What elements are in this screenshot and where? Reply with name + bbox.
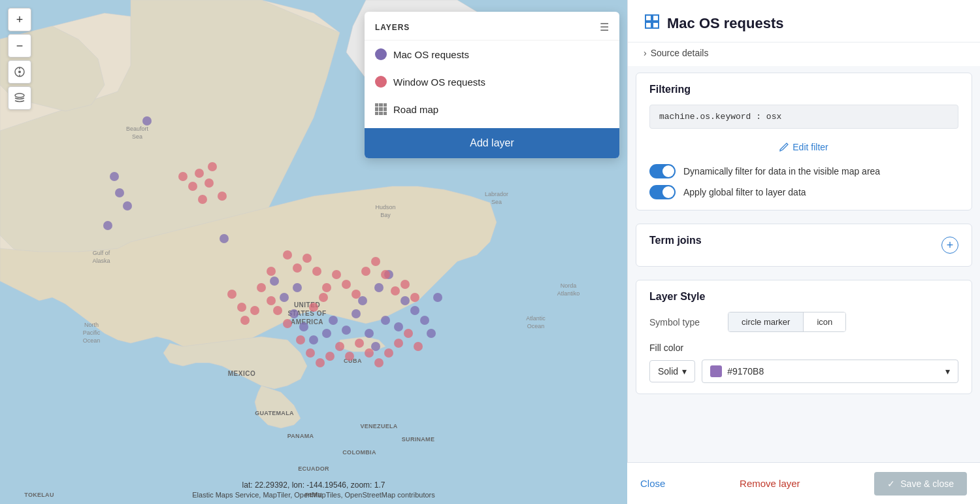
svg-point-94 [391,286,400,295]
icon-button[interactable]: icon [804,312,845,331]
source-details-label: Source details [651,48,709,58]
svg-point-72 [273,306,282,315]
map-attribution: Elastic Maps Service, MapTiler, OpenMapT… [0,491,627,499]
svg-text:ECUADOR: ECUADOR [298,465,329,472]
layer-style-title: Layer Style [649,291,958,303]
svg-point-61 [204,178,214,188]
svg-rect-111 [653,22,659,28]
svg-point-79 [345,352,354,361]
layer-item-road-map[interactable]: Road map [365,95,619,123]
svg-point-71 [267,296,276,305]
svg-point-83 [384,348,393,358]
svg-point-101 [227,290,237,299]
color-value-label: #9170B8 [727,366,764,377]
layer-icon [644,13,661,34]
svg-rect-110 [645,22,651,28]
svg-rect-108 [645,15,651,21]
svg-point-86 [414,342,423,351]
zoom-in-button[interactable]: + [8,8,31,31]
svg-point-76 [316,358,325,367]
zoom-out-button[interactable]: − [8,34,31,58]
svg-point-82 [374,358,384,367]
svg-point-95 [400,280,410,289]
global-filter-toggle[interactable] [649,185,676,199]
svg-point-37 [280,293,289,302]
layers-panel-title: LAYERS [375,23,410,32]
dynamic-filter-toggle[interactable] [649,164,676,178]
color-value-select[interactable]: #9170B8 ▾ [702,360,958,383]
add-term-join-button[interactable]: + [941,237,958,254]
svg-point-41 [309,335,318,344]
svg-point-48 [371,342,380,351]
layers-toggle-button[interactable] [8,86,31,110]
solid-type-select[interactable]: Solid ▾ [649,360,695,382]
edit-filter-label: Edit filter [792,142,828,152]
layer-item-mac-os[interactable]: Mac OS requests [365,41,619,68]
svg-point-45 [351,309,361,318]
source-details-chevron-icon: › [644,48,647,58]
svg-point-39 [289,309,299,318]
dynamic-filter-label: Dynamically filter for data in the visib… [683,166,880,176]
svg-text:COLOMBIA: COLOMBIA [342,449,376,456]
pencil-icon [779,143,789,152]
svg-point-75 [306,348,315,358]
source-details-row[interactable]: › Source details [628,42,980,66]
symbol-type-buttons: circle marker icon [728,312,846,332]
svg-point-96 [410,293,419,302]
svg-text:VENEZUELA: VENEZUELA [360,423,397,429]
svg-text:Bay: Bay [380,212,391,218]
svg-text:Labrador: Labrador [485,191,508,197]
term-joins-title: Term joins [649,235,702,246]
svg-point-69 [267,267,276,276]
map-controls: + − [8,8,31,110]
window-os-layer-label: Window OS requests [393,76,485,88]
svg-point-58 [178,172,188,181]
svg-text:Sea: Sea [491,199,502,205]
svg-text:GUATEMALA: GUATEMALA [255,410,294,416]
svg-point-88 [332,270,341,279]
global-filter-toggle-row: Apply global filter to layer data [649,185,958,199]
svg-point-81 [365,348,374,358]
svg-point-104 [18,71,21,73]
svg-point-100 [240,316,250,325]
compass-button[interactable] [8,60,31,84]
svg-point-43 [329,316,338,325]
panel-header: Mac OS requests [628,0,980,42]
term-joins-header: Term joins + [649,235,958,256]
svg-point-54 [427,329,436,338]
svg-text:North: North [84,322,99,328]
svg-point-107 [15,93,24,97]
right-panel: Mac OS requests › Source details Filteri… [627,0,980,504]
svg-point-67 [302,254,312,263]
filtering-section: Filtering machine.os.keyword : osx Edit … [636,73,972,210]
svg-text:Atlantic: Atlantic [526,315,546,322]
svg-point-32 [115,188,124,197]
svg-point-62 [198,195,207,204]
svg-point-102 [237,303,246,312]
save-close-button[interactable]: ✓ Save & close [874,472,967,496]
edit-filter-button[interactable]: Edit filter [649,138,958,156]
term-joins-section: Term joins + [636,224,972,267]
svg-text:Sea: Sea [132,133,142,140]
layers-menu-icon[interactable]: ☰ [600,21,609,33]
layer-item-window-os[interactable]: Window OS requests [365,68,619,95]
circle-marker-button[interactable]: circle marker [728,312,804,331]
svg-point-35 [220,234,229,243]
svg-point-53 [420,316,429,325]
filter-code-display: machine.os.keyword : osx [649,105,958,129]
svg-point-51 [400,296,410,305]
mac-os-layer-label: Mac OS requests [393,49,469,60]
svg-point-64 [218,192,227,201]
svg-point-40 [299,322,308,331]
add-layer-button[interactable]: Add layer [365,128,619,158]
svg-point-49 [381,316,390,325]
svg-text:Ocean: Ocean [527,323,545,329]
svg-point-91 [361,267,370,276]
remove-layer-button[interactable]: Remove layer [740,478,800,489]
svg-text:Hudson: Hudson [375,204,395,210]
svg-point-44 [342,326,351,335]
svg-point-60 [195,169,204,178]
close-button[interactable]: Close [640,478,665,489]
svg-point-77 [325,352,335,361]
svg-text:Pacific: Pacific [83,329,101,336]
